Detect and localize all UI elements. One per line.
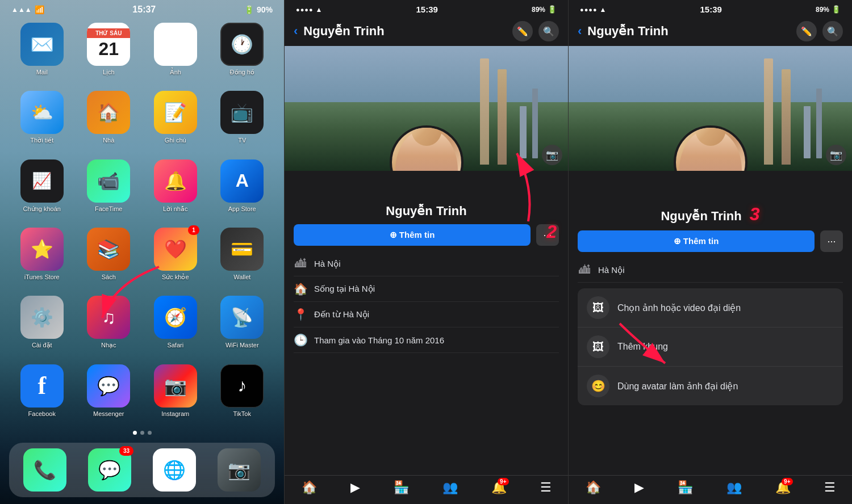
app-thoitiet[interactable]: ⛅ Thời tiết xyxy=(11,91,73,149)
fb2-menu-add-frame[interactable]: 🖼 Thêm khung xyxy=(578,327,843,367)
app-chungkhoan-label: Chứng khoán xyxy=(23,205,61,213)
app-wifi[interactable]: 📡 WiFi Master xyxy=(212,296,273,354)
facebook-profile-panel: ●●●● ▲ 15:39 89% 🔋 ‹ Nguyễn Trinh ✏️ 🔍 📷 xyxy=(284,0,568,504)
app-wallet-label: Wallet xyxy=(233,274,250,280)
fb2-name-text: Nguyễn Trinh xyxy=(661,209,741,223)
fb1-nav-friends[interactable]: 👥 xyxy=(442,480,458,495)
city-icon: 🏙 xyxy=(294,257,307,270)
home-screen: ▲▲▲ 📶 15:37 🔋 90% ✉️ Mail THỨ SÁU 21 xyxy=(0,0,284,504)
app-facebook[interactable]: f Facebook xyxy=(11,364,73,422)
battery-icon-fb2: 🔋 xyxy=(832,5,841,14)
app-nhac-label: Nhạc xyxy=(101,342,116,349)
app-nha[interactable]: 🏠 Nhà xyxy=(78,91,140,149)
battery-icon: 🔋 xyxy=(244,5,254,14)
app-itunes[interactable]: ⭐ iTunes Store xyxy=(11,228,73,285)
app-tv[interactable]: 📺 TV xyxy=(212,91,273,149)
fb1-nav-menu[interactable]: ☰ xyxy=(540,480,552,495)
fb1-info-list: 🏙 Hà Nội 🏠 Sống tại Hà Nội 📍 Đến từ Hà N… xyxy=(285,251,568,353)
fb1-info-joined: 🕒 Tham gia vào Tháng 10 năm 2016 xyxy=(294,327,559,353)
dot-3 xyxy=(148,431,152,435)
fb2-back-button[interactable]: ‹ xyxy=(578,24,582,39)
fb2-add-info-btn[interactable]: ⊕ Thêm tin xyxy=(578,230,815,252)
fb1-nav: ‹ Nguyễn Trinh ✏️ 🔍 xyxy=(285,16,568,46)
app-safari-label: Safari xyxy=(167,342,183,348)
fb1-nav-home[interactable]: 🏠 xyxy=(302,480,317,495)
app-loinhac-label: Lời nhắc xyxy=(163,205,187,213)
fb1-profile-name: Nguyễn Trinh xyxy=(285,204,568,219)
fb2-nav-video[interactable]: ▶ xyxy=(634,480,644,495)
app-anh-label: Ảnh xyxy=(170,69,181,76)
app-caidat-label: Cài đặt xyxy=(32,342,52,349)
fb1-back-button[interactable]: ‹ xyxy=(294,24,298,39)
fb2-nav-friends[interactable]: 👥 xyxy=(726,480,742,495)
fb1-edit-button[interactable]: ✏️ xyxy=(512,21,533,41)
status-bar-home: ▲▲▲ 📶 15:37 🔋 90% xyxy=(0,0,284,17)
dock-camera[interactable]: 📷 xyxy=(209,448,269,492)
fb2-menu-select-photo[interactable]: 🖼 Chọn ảnh hoặc video đại diện xyxy=(578,288,843,327)
fb2-nav-shop[interactable]: 🏪 xyxy=(678,480,693,495)
fb2-nav-notif[interactable]: 🔔 9+ xyxy=(775,480,791,495)
app-ghichu[interactable]: 📝 Ghi chú xyxy=(145,91,206,149)
avatar-icon: 😊 xyxy=(591,379,605,393)
fb2-info-city: 🏙 Hà Nội xyxy=(578,258,843,283)
fb1-nav-notif[interactable]: 🔔 9+ xyxy=(491,480,507,495)
app-appstore[interactable]: A App Store xyxy=(212,159,273,217)
fb2-signal: ●●●● ▲ xyxy=(580,6,606,14)
app-lich[interactable]: THỨ SÁU 21 Lịch xyxy=(78,23,140,81)
fb1-city-text: Hà Nội xyxy=(314,259,341,269)
wifi-icon: 📶 xyxy=(35,5,44,14)
app-dongh[interactable]: 🕐 Đồng hồ xyxy=(212,23,273,81)
fb1-from-text: Đến từ Hà Nội xyxy=(314,309,369,320)
fb2-menu-use-avatar-text: Dùng avatar làm ảnh đại diện xyxy=(617,381,738,392)
fb2-search-button[interactable]: 🔍 xyxy=(822,21,843,41)
dock-sms[interactable]: 💬 33 xyxy=(80,448,140,492)
app-tv-label: TV xyxy=(238,137,246,144)
app-tiktok[interactable]: ♪ TikTok xyxy=(212,364,273,422)
fb1-add-info-btn[interactable]: ⊕ Thêm tin xyxy=(294,224,531,246)
app-facetime[interactable]: 📹 FaceTime xyxy=(78,159,140,217)
app-wallet[interactable]: 💳 Wallet xyxy=(212,228,273,285)
signal-dots-2: ●●●● xyxy=(580,6,598,13)
badge-suckhoe: 1 xyxy=(188,225,199,235)
app-chungkhoan[interactable]: 📈 Chứng khoán xyxy=(11,159,73,217)
app-mail[interactable]: ✉️ Mail xyxy=(11,23,73,81)
dock-chrome[interactable]: 🌐 xyxy=(144,448,204,492)
fb2-more-btn[interactable]: ··· xyxy=(820,230,843,252)
app-nhac[interactable]: ♫ Nhạc xyxy=(78,296,140,354)
fb2-edit-button[interactable]: ✏️ xyxy=(796,21,817,41)
fb1-search-button[interactable]: 🔍 xyxy=(538,21,559,41)
fb1-signal: ●●●● ▲ xyxy=(296,6,322,14)
fb2-nav: ‹ Nguyễn Trinh ✏️ 🔍 xyxy=(569,16,852,46)
app-facebook-label: Facebook xyxy=(28,410,56,417)
dock-phone[interactable]: 📞 xyxy=(15,448,75,492)
app-suckhoe[interactable]: ❤️ 1 Sức khỏe xyxy=(145,228,206,285)
app-sach[interactable]: 📚 Sách xyxy=(78,228,140,285)
app-instagram[interactable]: 📷 Instagram xyxy=(145,364,206,422)
fb1-cover-camera-btn[interactable]: 📷 xyxy=(542,145,562,165)
fb2-cover-camera-btn[interactable]: 📷 xyxy=(826,145,846,165)
app-facetime-label: FaceTime xyxy=(95,205,123,212)
fb2-profile-name: Nguyễn Trinh 3 xyxy=(569,204,852,225)
app-safari[interactable]: 🧭 Safari xyxy=(145,296,206,354)
fb2-nav-menu[interactable]: ☰ xyxy=(824,480,836,495)
home-nav-icon: 🏠 xyxy=(302,480,317,495)
fb1-nav-shop[interactable]: 🏪 xyxy=(394,480,409,495)
step-2-number: 2 xyxy=(546,221,557,242)
app-nha-label: Nhà xyxy=(103,137,114,144)
fb1-battery-pct: 89% xyxy=(532,6,545,14)
battery-icon-fb1: 🔋 xyxy=(548,5,557,14)
app-messenger[interactable]: 💬 Messenger xyxy=(78,364,140,422)
app-anh[interactable]: Ảnh xyxy=(145,23,206,81)
app-loinhac[interactable]: 🔔 Lời nhắc xyxy=(145,159,206,217)
fb2-avatar-container: 📷 xyxy=(674,125,747,171)
fb1-nav-video[interactable]: ▶ xyxy=(350,480,360,495)
fb1-live-text: Sống tại Hà Nội xyxy=(314,284,375,294)
status-left: ▲▲▲ 📶 xyxy=(11,5,44,14)
fb2-menu-use-avatar[interactable]: 😊 Dùng avatar làm ảnh đại diện xyxy=(578,367,843,405)
dot-2 xyxy=(140,431,144,435)
notif-badge: 9+ xyxy=(498,478,508,485)
app-caidat[interactable]: ⚙️ Cài đặt xyxy=(11,296,73,354)
page-dots xyxy=(0,427,284,438)
city-icon-2: 🏙 xyxy=(578,263,591,276)
fb2-nav-home[interactable]: 🏠 xyxy=(586,480,601,495)
